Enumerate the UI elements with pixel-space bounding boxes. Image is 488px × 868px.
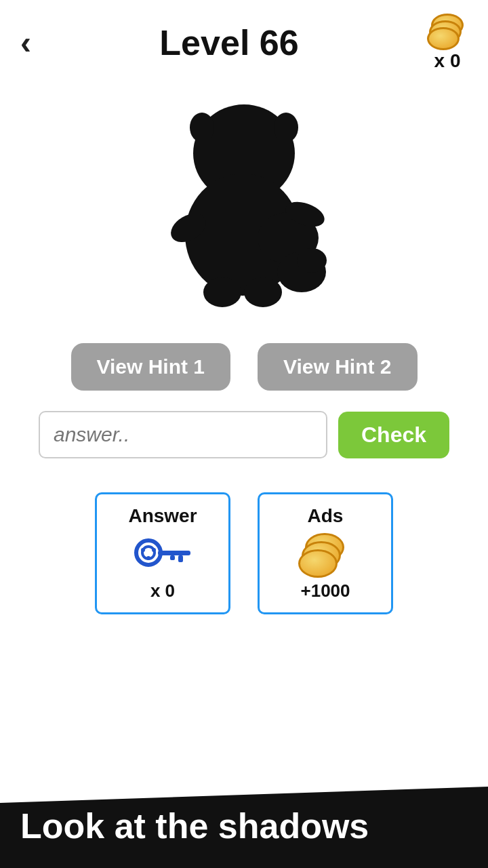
svg-point-18 (146, 556, 150, 560)
coins-area: x 0 (427, 14, 468, 72)
svg-point-17 (152, 548, 156, 552)
svg-point-10 (297, 248, 327, 273)
answer-card[interactable]: Answer x 0 (95, 492, 230, 614)
check-button[interactable]: Check (338, 412, 449, 458)
ads-card-title: Ads (308, 505, 344, 527)
ads-card-value: +1000 (300, 580, 350, 601)
banner-text: Look at the shadows (20, 806, 369, 846)
ads-card[interactable]: Ads +1000 (258, 492, 393, 614)
svg-rect-15 (170, 555, 175, 560)
answer-row: Check (0, 411, 488, 458)
pokemon-silhouette (129, 92, 359, 323)
bottom-banner: Look at the shadows (0, 787, 488, 868)
coin-3 (427, 27, 460, 50)
level-title: Level 66 (159, 22, 298, 63)
silhouette-area (0, 79, 488, 343)
coin-count: x 0 (434, 50, 461, 72)
svg-point-16 (141, 548, 145, 552)
key-icon (132, 536, 193, 570)
powerup-row: Answer x 0 Ads (0, 492, 488, 614)
coin-stack-icon (427, 14, 468, 47)
ads-card-icon-area (298, 530, 352, 577)
back-button[interactable]: ‹ (20, 26, 31, 59)
svg-point-8 (244, 277, 282, 307)
hint-row: View Hint 1 View Hint 2 (0, 343, 488, 391)
svg-point-2 (274, 113, 298, 142)
header: ‹ Level 66 x 0 (0, 0, 488, 79)
answer-card-icon-area (132, 530, 193, 577)
ads-coin-3 (298, 549, 338, 578)
svg-point-11 (136, 540, 161, 565)
svg-point-7 (203, 277, 241, 307)
svg-rect-13 (158, 551, 190, 555)
answer-card-value: x 0 (150, 580, 175, 601)
svg-rect-14 (178, 555, 183, 562)
answer-card-title: Answer (128, 505, 197, 527)
hint1-button[interactable]: View Hint 1 (71, 343, 231, 391)
answer-input[interactable] (39, 411, 327, 458)
ads-coin-stack (298, 533, 352, 574)
svg-point-1 (190, 113, 214, 142)
hint2-button[interactable]: View Hint 2 (258, 343, 418, 391)
